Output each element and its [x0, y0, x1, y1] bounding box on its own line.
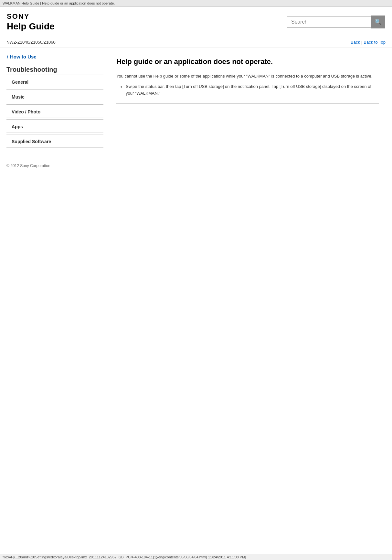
footer: © 2012 Sony Corporation	[0, 157, 392, 174]
copyright-text: © 2012 Sony Corporation	[6, 164, 50, 168]
bullet-icon: ⚬	[120, 84, 123, 91]
browser-tab-bar: WALKMAN Help Guide | Help guide or an ap…	[0, 0, 392, 7]
how-to-use-link[interactable]: ⟩ How to Use	[6, 54, 103, 59]
sidebar: ⟩ How to Use Troubleshooting General Mus…	[6, 54, 103, 151]
sidebar-divider-1	[6, 90, 103, 90]
sidebar-item-general[interactable]: General	[6, 76, 103, 88]
back-link[interactable]: Back	[351, 40, 360, 45]
article: Help guide or an application does not op…	[110, 54, 386, 151]
sony-logo: SONY	[7, 12, 55, 21]
back-to-top-link[interactable]: Back to Top	[364, 40, 386, 45]
how-to-use-label: How to Use	[10, 54, 37, 59]
main-content: ⟩ How to Use Troubleshooting General Mus…	[0, 48, 392, 157]
search-icon: 🔍	[375, 18, 382, 26]
help-guide-title: Help Guide	[7, 21, 55, 32]
chevron-right-icon: ⟩	[6, 55, 8, 59]
list-item-1-text: Swipe the status bar, then tap [Turn off…	[126, 83, 379, 97]
article-divider	[116, 103, 379, 104]
nav-separator: |	[361, 40, 362, 45]
sidebar-item-supplied-software[interactable]: Supplied Software	[6, 136, 103, 148]
sidebar-divider-4	[6, 134, 103, 134]
article-intro: You cannot use the Help guide or some of…	[116, 73, 379, 80]
sidebar-item-music[interactable]: Music	[6, 91, 103, 103]
sidebar-divider-2	[6, 104, 103, 105]
troubleshooting-section: Troubleshooting General Music Video / Ph…	[6, 66, 103, 149]
nav-links: Back | Back to Top	[351, 40, 386, 45]
search-input[interactable]	[287, 16, 371, 28]
header: SONY Help Guide 🔍	[0, 7, 392, 37]
article-title: Help guide or an application does not op…	[116, 57, 379, 67]
article-body: You cannot use the Help guide or some of…	[116, 73, 379, 97]
troubleshooting-title: Troubleshooting	[6, 66, 103, 73]
sidebar-divider-5	[6, 149, 103, 149]
header-left: SONY Help Guide	[7, 12, 55, 32]
tab-title: WALKMAN Help Guide | Help guide or an ap…	[3, 1, 115, 5]
model-text: NWZ-Z1040/Z1050/Z1060	[6, 40, 56, 45]
search-button[interactable]: 🔍	[371, 16, 385, 28]
search-area: 🔍	[287, 16, 385, 28]
sidebar-divider-top	[6, 75, 103, 75]
sidebar-item-video-photo[interactable]: Video / Photo	[6, 106, 103, 118]
status-bar-text: file:///F|/...20and%20Settings/editorala…	[3, 555, 246, 559]
nav-bar: NWZ-Z1040/Z1050/Z1060 Back | Back to Top	[0, 37, 392, 48]
sidebar-item-apps[interactable]: Apps	[6, 121, 103, 133]
sidebar-divider-3	[6, 119, 103, 120]
article-list: ⚬ Swipe the status bar, then tap [Turn o…	[120, 83, 379, 97]
bottom-bar: file:///F|/...20and%20Settings/editorala…	[0, 554, 392, 560]
list-item-1: ⚬ Swipe the status bar, then tap [Turn o…	[120, 83, 379, 97]
